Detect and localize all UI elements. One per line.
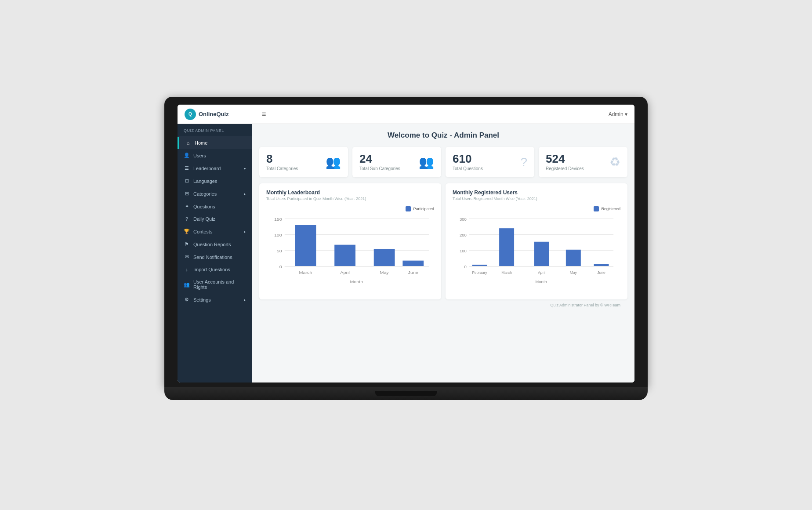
settings-icon: ⚙ xyxy=(184,297,190,302)
svg-text:May: May xyxy=(570,270,577,275)
sidebar-label-contests: Contests xyxy=(193,229,212,234)
svg-text:March: March xyxy=(299,270,312,274)
svg-text:May: May xyxy=(380,270,389,274)
svg-rect-34 xyxy=(594,264,609,266)
sidebar-item-question-reports[interactable]: ⚑ Question Reports xyxy=(178,238,252,251)
sidebar-item-languages[interactable]: ⊞ Languages xyxy=(178,175,252,187)
settings-arrow: ▸ xyxy=(244,298,246,302)
registered-chart-legend: Registered xyxy=(453,206,620,211)
footer: Quiz Administrator Panel by © WRTeam xyxy=(259,299,627,311)
stat-info-questions: 610 Total Questions xyxy=(453,153,483,171)
svg-text:June: June xyxy=(597,270,605,275)
sidebar-label-leaderboard: Leaderboard xyxy=(193,166,221,171)
stat-icon-categories: 👥 xyxy=(326,155,341,169)
svg-rect-32 xyxy=(566,250,581,266)
sidebar: Quiz Admin Panel ⌂ Home 👤 Users ☰ Leader… xyxy=(178,124,252,382)
stat-info-devices: 524 Registered Devices xyxy=(546,153,584,171)
svg-text:February: February xyxy=(472,270,488,275)
sidebar-label-questions: Questions xyxy=(193,204,215,209)
sidebar-item-contests[interactable]: 🏆 Contests ▸ xyxy=(178,225,252,238)
stat-info-sub-categories: 24 Total Sub Categories xyxy=(359,153,400,171)
page-title: Welcome to Quiz - Admin Panel xyxy=(259,131,627,140)
stats-row: 8 Total Categories 👥 24 Total Sub Catego… xyxy=(259,147,627,177)
svg-rect-12 xyxy=(374,249,395,266)
svg-text:Month: Month xyxy=(350,279,363,284)
registered-chart-container: 300 200 100 0 February xyxy=(453,214,620,293)
questions-icon: ✦ xyxy=(184,204,190,209)
leaderboard-chart-legend: Participated xyxy=(266,206,434,211)
registered-chart-subtitle: Total Users Registered Month Wise (Year:… xyxy=(453,197,620,201)
footer-text: Quiz Administrator Panel by © WRTeam xyxy=(550,303,620,307)
sidebar-item-categories[interactable]: ⊞ Categories ▸ xyxy=(178,187,252,200)
svg-rect-26 xyxy=(472,265,487,266)
stat-value-devices: 524 xyxy=(546,153,584,164)
svg-text:300: 300 xyxy=(460,217,467,222)
stat-card-sub-categories: 24 Total Sub Categories 👥 xyxy=(352,147,441,177)
contests-arrow: ▸ xyxy=(244,230,246,234)
sidebar-item-questions[interactable]: ✦ Questions xyxy=(178,200,252,213)
logo-text: OnlineQuiz xyxy=(199,111,229,117)
stat-label-questions: Total Questions xyxy=(453,166,483,171)
sidebar-label-categories: Categories xyxy=(193,191,217,197)
stat-info-categories: 8 Total Categories xyxy=(266,153,298,171)
svg-text:200: 200 xyxy=(460,233,467,237)
top-bar: Q OnlineQuiz ≡ Admin ▾ xyxy=(178,105,634,124)
logo-symbol: Q xyxy=(188,112,192,117)
svg-rect-8 xyxy=(295,225,316,266)
sidebar-item-settings[interactable]: ⚙ Settings ▸ xyxy=(178,293,252,306)
question-reports-icon: ⚑ xyxy=(184,241,190,247)
stat-value-sub-categories: 24 xyxy=(359,153,400,164)
registered-chart-title: Monthly Registered Users xyxy=(453,189,620,196)
stat-label-categories: Total Categories xyxy=(266,166,298,171)
top-bar-left: Q OnlineQuiz ≡ xyxy=(185,109,266,120)
sidebar-label-settings: Settings xyxy=(193,297,211,302)
svg-rect-14 xyxy=(402,261,424,266)
stat-card-questions: 610 Total Questions ? xyxy=(446,147,534,177)
stat-card-devices: 524 Registered Devices ♻ xyxy=(539,147,627,177)
content-area: Welcome to Quiz - Admin Panel 8 Total Ca… xyxy=(252,124,634,382)
leaderboard-chart-container: 150 100 50 0 March xyxy=(266,214,434,293)
sidebar-label-user-accounts: User Accounts and Rights xyxy=(193,279,246,290)
sidebar-item-home[interactable]: ⌂ Home xyxy=(178,137,252,149)
sidebar-item-daily-quiz[interactable]: ? Daily Quiz xyxy=(178,213,252,225)
home-icon: ⌂ xyxy=(185,140,191,146)
svg-text:100: 100 xyxy=(274,233,282,237)
svg-rect-30 xyxy=(534,242,549,266)
laptop-screen: Q OnlineQuiz ≡ Admin ▾ Quiz Admin Panel … xyxy=(178,105,634,382)
leaderboard-legend-label: Participated xyxy=(413,207,434,211)
stat-label-sub-categories: Total Sub Categories xyxy=(359,166,400,171)
categories-arrow: ▸ xyxy=(244,192,246,196)
registered-legend-box xyxy=(594,206,599,211)
sidebar-label-question-reports: Question Reports xyxy=(193,242,231,247)
svg-text:0: 0 xyxy=(464,264,467,269)
stat-icon-sub-categories: 👥 xyxy=(419,155,434,169)
sidebar-item-send-notifications[interactable]: ✉ Send Notifications xyxy=(178,251,252,263)
hamburger-icon[interactable]: ≡ xyxy=(262,110,266,118)
sidebar-item-user-accounts[interactable]: 👥 User Accounts and Rights xyxy=(178,276,252,293)
stat-value-questions: 610 xyxy=(453,153,483,164)
laptop-base xyxy=(164,387,648,400)
stat-card-categories: 8 Total Categories 👥 xyxy=(259,147,348,177)
leaderboard-legend-box xyxy=(406,206,411,211)
user-accounts-icon: 👥 xyxy=(184,282,190,288)
sidebar-item-users[interactable]: 👤 Users xyxy=(178,149,252,162)
svg-text:June: June xyxy=(408,270,419,274)
sidebar-item-import-questions[interactable]: ↓ Import Questions xyxy=(178,263,252,276)
sidebar-item-leaderboard[interactable]: ☰ Leaderboard ▸ xyxy=(178,162,252,175)
registered-chart-svg: 300 200 100 0 February xyxy=(453,214,620,293)
svg-text:150: 150 xyxy=(274,217,282,221)
languages-icon: ⊞ xyxy=(184,178,190,184)
laptop-notch xyxy=(375,391,437,396)
sidebar-label-daily-quiz: Daily Quiz xyxy=(193,216,215,222)
leaderboard-chart-svg: 150 100 50 0 March xyxy=(266,214,434,293)
sidebar-header: Quiz Admin Panel xyxy=(178,124,252,137)
admin-menu[interactable]: Admin ▾ xyxy=(609,111,627,117)
stat-value-categories: 8 xyxy=(266,153,298,164)
laptop-wrapper: Q OnlineQuiz ≡ Admin ▾ Quiz Admin Panel … xyxy=(164,97,648,413)
registered-legend-label: Registered xyxy=(601,207,620,211)
daily-quiz-icon: ? xyxy=(184,216,190,222)
logo-icon: Q xyxy=(185,109,196,120)
charts-row: Monthly Leaderboard Total Users Particip… xyxy=(259,183,627,299)
registered-chart-card: Monthly Registered Users Total Users Reg… xyxy=(446,183,627,299)
svg-text:100: 100 xyxy=(460,248,467,253)
